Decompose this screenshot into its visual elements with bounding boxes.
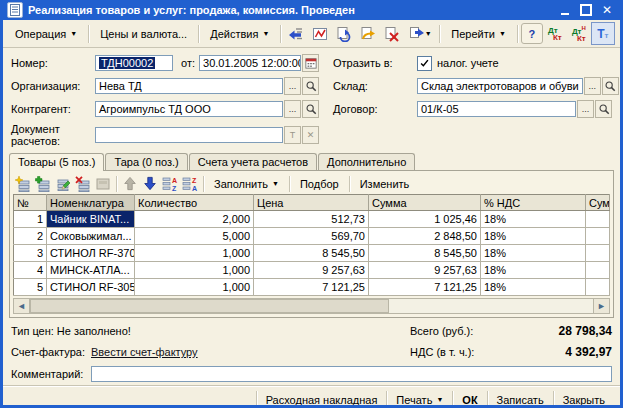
sort-descending-button[interactable]: Z A [180, 174, 200, 193]
cell-price[interactable]: 569,70 [254, 228, 369, 245]
table-row[interactable]: 2 Соковыжимал... 5,000 569,70 2 848,50 1… [14, 228, 610, 245]
col-header-vat[interactable]: % НДС [481, 195, 586, 211]
col-header-vat-sum[interactable]: Сумм [586, 195, 610, 211]
table-row[interactable]: 1 Чайник BINAT... 2,000 512,73 1 025,46 … [14, 211, 610, 228]
expense-invoice-button[interactable]: Расходная накладная [257, 391, 387, 408]
cell-sum[interactable]: 7 121,25 [369, 279, 481, 296]
warehouse-select-button[interactable]: ... [584, 77, 601, 95]
cell-vat[interactable]: 18% [481, 245, 586, 262]
organization-select-button[interactable]: ... [284, 77, 301, 95]
operation-menu-button[interactable]: Операция ▼ [7, 24, 85, 44]
cell-sum[interactable]: 9 257,63 [369, 262, 481, 279]
cell-price[interactable]: 7 121,25 [254, 279, 369, 296]
cell-vat-sum[interactable] [586, 262, 610, 279]
add-row-button[interactable] [13, 174, 33, 193]
col-header-quantity[interactable]: Количество [135, 195, 254, 211]
cell-vat-sum[interactable] [586, 279, 610, 296]
print-menu-button[interactable]: Печать ▼ [387, 391, 452, 408]
cell-nomenclature-selected[interactable]: Чайник BINAT... [47, 211, 135, 228]
cell-sum[interactable]: 2 848,50 [369, 228, 481, 245]
cell-num[interactable]: 3 [14, 245, 47, 262]
cell-nomenclature[interactable]: СТИНОЛ RF-305 [47, 279, 135, 296]
contract-select-button[interactable]: ... [577, 100, 594, 118]
cell-num[interactable]: 5 [14, 279, 47, 296]
move-row-down-button[interactable] [140, 174, 160, 193]
unpost-document-button[interactable] [356, 22, 380, 45]
cell-num[interactable]: 2 [14, 228, 47, 245]
settlement-doc-clear-button[interactable]: ✕ [302, 126, 319, 144]
scroll-right-button[interactable]: ► [593, 299, 609, 313]
warehouse-input[interactable]: Склад электротоваров и обуви [417, 78, 583, 94]
counterparty-input[interactable]: Агроимпульс ТД ООО [95, 101, 283, 117]
ok-button[interactable]: ОК [453, 391, 486, 408]
tab-tare[interactable]: Тара (0 поз.) [105, 153, 187, 170]
help-button[interactable]: ? [521, 23, 543, 44]
reread-document-button[interactable] [284, 22, 308, 45]
cell-price[interactable]: 512,73 [254, 211, 369, 228]
date-input[interactable]: 30.01.2005 12:00:00 [199, 55, 301, 71]
enter-invoice-link[interactable]: Ввести счет-фактуру [91, 346, 198, 358]
col-header-num[interactable]: № [14, 195, 47, 211]
tax-accounting-checkbox[interactable] [417, 56, 432, 71]
tab-goods[interactable]: Товары (5 поз.) [9, 153, 104, 171]
calendar-button[interactable] [302, 54, 319, 72]
close-button[interactable]: ✕ [598, 3, 616, 18]
settlement-doc-input[interactable] [95, 127, 283, 143]
table-row[interactable]: 4 МИНСК-АТЛА... 1,000 9 257,63 9 257,63 … [14, 262, 610, 279]
scrollbar-track[interactable] [389, 299, 593, 313]
structure-subordination-button[interactable]: Тт [591, 22, 615, 45]
change-button[interactable]: Изменить [353, 176, 417, 192]
scroll-left-button[interactable]: ◄ [14, 299, 30, 313]
end-edit-button[interactable] [93, 174, 113, 193]
post-document-button[interactable] [332, 22, 356, 45]
move-row-up-button[interactable] [120, 174, 140, 193]
cell-vat-sum[interactable] [586, 211, 610, 228]
cell-nomenclature[interactable]: Соковыжимал... [47, 228, 135, 245]
minimize-button[interactable] [556, 3, 574, 18]
cell-sum[interactable]: 8 545,50 [369, 245, 481, 262]
maximize-button[interactable] [577, 3, 595, 18]
sort-ascending-button[interactable]: A Z [160, 174, 180, 193]
dt-kt-button[interactable]: Дт Кт [543, 22, 567, 45]
scrollbar-thumb[interactable] [30, 299, 389, 313]
table-row[interactable]: 3 СТИНОЛ RF-370 1,000 8 545,50 8 545,50 … [14, 245, 610, 262]
copy-row-button[interactable] [33, 174, 53, 193]
col-header-sum[interactable]: Сумма [369, 195, 481, 211]
save-button[interactable]: Записать [488, 391, 553, 408]
dt-kt-n-button[interactable]: ДтН Кт [567, 22, 591, 45]
tab-settlement-accounts[interactable]: Счета учета расчетов [189, 153, 317, 170]
fill-menu-button[interactable]: Заполнить ▼ [207, 176, 286, 192]
cell-vat-sum[interactable] [586, 228, 610, 245]
create-based-on-button[interactable]: ▼ [404, 22, 436, 45]
cell-vat[interactable]: 18% [481, 211, 586, 228]
contract-open-button[interactable] [595, 100, 612, 118]
cell-quantity[interactable]: 5,000 [135, 228, 254, 245]
cell-vat[interactable]: 18% [481, 228, 586, 245]
mark-deletion-button[interactable] [380, 22, 404, 45]
set-time-button[interactable] [308, 22, 332, 45]
cell-vat-sum[interactable] [586, 245, 610, 262]
horizontal-scrollbar[interactable]: ◄ ► [13, 298, 610, 314]
cell-vat[interactable]: 18% [481, 262, 586, 279]
comment-input[interactable] [91, 366, 612, 382]
cell-price[interactable]: 9 257,63 [254, 262, 369, 279]
title-bar[interactable]: Реализация товаров и услуг: продажа, ком… [3, 0, 620, 20]
col-header-price[interactable]: Цена [254, 195, 369, 211]
cell-num[interactable]: 4 [14, 262, 47, 279]
delete-row-button[interactable] [73, 174, 93, 193]
actions-menu-button[interactable]: Действия ▼ [202, 24, 277, 44]
cell-nomenclature[interactable]: СТИНОЛ RF-370 [47, 245, 135, 262]
cell-price[interactable]: 8 545,50 [254, 245, 369, 262]
cell-quantity[interactable]: 2,000 [135, 211, 254, 228]
cell-sum[interactable]: 1 025,46 [369, 211, 481, 228]
edit-row-button[interactable] [53, 174, 73, 193]
organization-open-button[interactable] [302, 77, 319, 95]
table-row[interactable]: 5 СТИНОЛ RF-305 1,000 7 121,25 7 121,25 … [14, 279, 610, 296]
close-form-button[interactable]: Закрыть [554, 391, 614, 408]
settlement-doc-type-button[interactable]: T [284, 126, 301, 144]
cell-quantity[interactable]: 1,000 [135, 262, 254, 279]
cell-num[interactable]: 1 [14, 211, 47, 228]
goto-menu-button[interactable]: Перейти ▼ [443, 24, 514, 44]
cell-quantity[interactable]: 1,000 [135, 279, 254, 296]
cell-vat[interactable]: 18% [481, 279, 586, 296]
